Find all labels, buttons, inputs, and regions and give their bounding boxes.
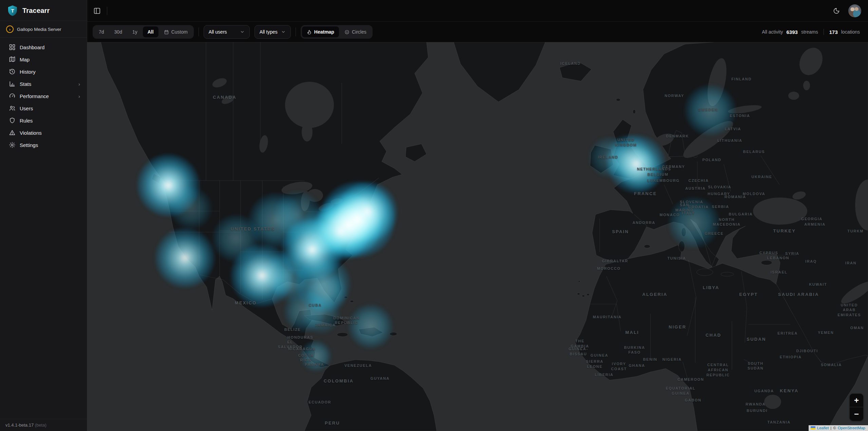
- sidebar-item-violations[interactable]: Violations: [3, 127, 84, 139]
- sidebar-nav: Dashboard Map History Stats › Performanc…: [0, 38, 87, 154]
- leaflet-link[interactable]: Leaflet: [817, 426, 829, 430]
- streams-count: 6393: [787, 29, 798, 35]
- sidebar-item-dashboard[interactable]: Dashboard: [3, 41, 84, 53]
- custom-range-label: Custom: [171, 29, 188, 35]
- sidebar-item-rules[interactable]: Rules: [3, 114, 84, 127]
- version-number: v1.4.1-beta.17: [5, 423, 34, 428]
- sidebar-item-settings[interactable]: Settings: [3, 139, 84, 151]
- user-avatar[interactable]: [848, 4, 861, 17]
- sidebar-item-performance[interactable]: Performance ›: [3, 90, 84, 102]
- chevron-right-icon: ›: [78, 81, 80, 87]
- version-channel: (beta): [35, 423, 46, 428]
- types-filter-value: All types: [260, 29, 278, 35]
- range-30d-button[interactable]: 30d: [110, 26, 127, 37]
- sidebar-item-label: Users: [20, 106, 80, 111]
- range-7d-button[interactable]: 7d: [94, 26, 109, 37]
- brand[interactable]: T Tracearr: [0, 0, 87, 21]
- sidebar-toggle-button[interactable]: [91, 4, 103, 17]
- locations-label: locations: [841, 29, 860, 35]
- sidebar-item-label: History: [20, 69, 80, 75]
- world-map[interactable]: CANADAUNITED STATESMEXICOBELIZEHONDURASE…: [87, 42, 868, 431]
- tracearr-logo-icon: T: [7, 5, 18, 17]
- sidebar-item-label: Map: [20, 57, 80, 62]
- ukraine-flag-icon: [811, 426, 815, 430]
- map-toolbar: 7d 30d 1y All Custom All users All types…: [87, 22, 868, 42]
- osm-link[interactable]: OpenStreetMap: [838, 426, 865, 430]
- copyright-symbol: ©: [833, 426, 836, 430]
- circle-dot-icon: [344, 30, 350, 35]
- range-all-button[interactable]: All: [143, 26, 158, 37]
- sidebar-item-map[interactable]: Map: [3, 53, 84, 65]
- summary-scope: All activity: [762, 29, 783, 35]
- summary-separator: [824, 29, 824, 35]
- calendar-icon: [164, 30, 169, 35]
- world-map-tiles: [87, 42, 868, 431]
- rules-shield-icon: [9, 117, 16, 124]
- activity-summary: All activity 6393 streams 173 locations: [762, 29, 860, 35]
- dashboard-icon: [9, 44, 16, 51]
- stats-icon: [9, 80, 16, 87]
- sidebar-item-label: Rules: [20, 118, 80, 124]
- toolbar-separator: [296, 27, 296, 36]
- sidebar-item-label: Performance: [20, 93, 74, 99]
- svg-text:T: T: [11, 8, 14, 14]
- sidebar-item-users[interactable]: Users: [3, 102, 84, 114]
- users-filter-select[interactable]: All users: [204, 25, 250, 39]
- map-zoom-control: + −: [850, 394, 863, 421]
- sidebar-item-stats[interactable]: Stats ›: [3, 78, 84, 90]
- history-icon: [9, 68, 16, 75]
- performance-icon: [9, 93, 16, 99]
- users-icon: [9, 105, 16, 112]
- violations-alert-icon: [9, 129, 16, 136]
- top-header: [87, 0, 868, 22]
- sidebar-item-history[interactable]: History: [3, 65, 84, 78]
- view-mode-toggle: Heatmap Circles: [301, 25, 373, 39]
- chevron-right-icon: ›: [78, 93, 80, 99]
- flame-icon: [307, 30, 312, 35]
- range-1y-button[interactable]: 1y: [128, 26, 142, 37]
- theme-toggle-moon-icon[interactable]: [830, 4, 843, 17]
- zoom-in-button[interactable]: +: [850, 394, 863, 407]
- custom-range-button[interactable]: Custom: [159, 26, 192, 37]
- chevron-down-icon: [281, 30, 286, 34]
- plex-server-icon: ›: [6, 25, 14, 33]
- sidebar-item-label: Settings: [20, 142, 80, 148]
- toolbar-separator: [199, 27, 199, 36]
- sidebar: T Tracearr › Gallopo Media Server Dashbo…: [0, 0, 87, 431]
- sidebar-item-label: Dashboard: [20, 44, 80, 50]
- locations-count: 173: [829, 29, 838, 35]
- users-filter-value: All users: [209, 29, 237, 35]
- sidebar-item-label: Stats: [20, 81, 74, 87]
- circles-mode-button[interactable]: Circles: [340, 26, 371, 37]
- map-icon: [9, 56, 16, 63]
- map-attribution: Leaflet | © OpenStreetMap: [809, 425, 868, 431]
- heatmap-mode-label: Heatmap: [314, 29, 334, 35]
- heatmap-mode-button[interactable]: Heatmap: [302, 26, 339, 37]
- chevron-down-icon: [240, 30, 245, 34]
- sidebar-item-label: Violations: [20, 130, 80, 136]
- types-filter-select[interactable]: All types: [254, 25, 291, 39]
- time-range-group: 7d 30d 1y All Custom: [93, 25, 194, 39]
- server-name: Gallopo Media Server: [17, 27, 61, 32]
- attribution-divider: |: [830, 426, 831, 430]
- header-separator: [107, 7, 107, 15]
- brand-name: Tracearr: [22, 7, 50, 15]
- zoom-out-button[interactable]: −: [850, 407, 863, 421]
- streams-label: streams: [801, 29, 818, 35]
- settings-gear-icon: [9, 142, 16, 148]
- circles-mode-label: Circles: [352, 29, 366, 35]
- version-footer: v1.4.1-beta.17 (beta): [0, 419, 87, 431]
- server-selector[interactable]: › Gallopo Media Server: [0, 21, 87, 38]
